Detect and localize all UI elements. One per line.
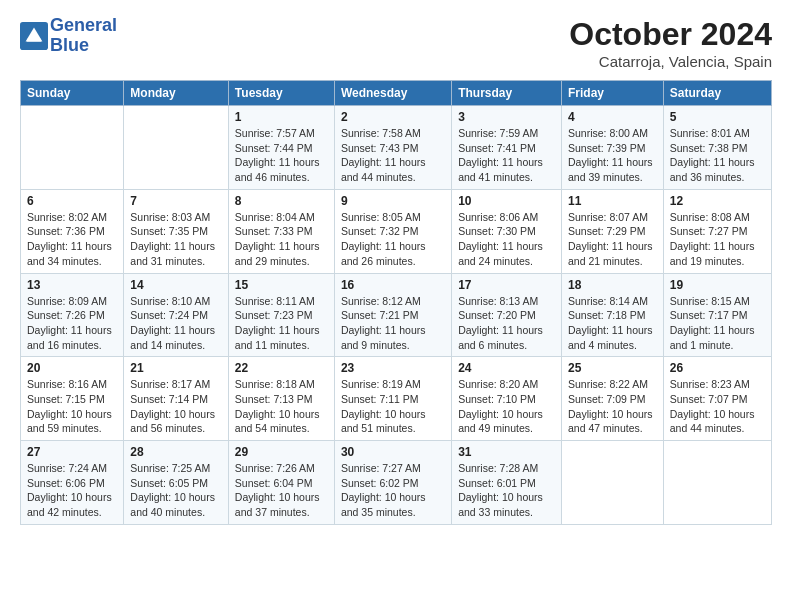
day-number: 8 <box>235 194 328 208</box>
day-number: 31 <box>458 445 555 459</box>
day-detail: Sunrise: 8:05 AMSunset: 7:32 PMDaylight:… <box>341 210 445 269</box>
day-cell: 4Sunrise: 8:00 AMSunset: 7:39 PMDaylight… <box>561 106 663 190</box>
calendar-header: SundayMondayTuesdayWednesdayThursdayFrid… <box>21 81 772 106</box>
day-cell: 30Sunrise: 7:27 AMSunset: 6:02 PMDayligh… <box>334 441 451 525</box>
day-number: 21 <box>130 361 222 375</box>
page: General Blue October 2024 Catarroja, Val… <box>0 0 792 541</box>
day-cell: 22Sunrise: 8:18 AMSunset: 7:13 PMDayligh… <box>228 357 334 441</box>
day-detail: Sunrise: 8:13 AMSunset: 7:20 PMDaylight:… <box>458 294 555 353</box>
day-cell <box>124 106 229 190</box>
day-detail: Sunrise: 8:22 AMSunset: 7:09 PMDaylight:… <box>568 377 657 436</box>
day-cell: 27Sunrise: 7:24 AMSunset: 6:06 PMDayligh… <box>21 441 124 525</box>
day-detail: Sunrise: 8:17 AMSunset: 7:14 PMDaylight:… <box>130 377 222 436</box>
day-detail: Sunrise: 8:23 AMSunset: 7:07 PMDaylight:… <box>670 377 765 436</box>
day-cell: 20Sunrise: 8:16 AMSunset: 7:15 PMDayligh… <box>21 357 124 441</box>
week-row-2: 13Sunrise: 8:09 AMSunset: 7:26 PMDayligh… <box>21 273 772 357</box>
day-number: 27 <box>27 445 117 459</box>
day-cell: 31Sunrise: 7:28 AMSunset: 6:01 PMDayligh… <box>452 441 562 525</box>
week-row-1: 6Sunrise: 8:02 AMSunset: 7:36 PMDaylight… <box>21 189 772 273</box>
day-number: 6 <box>27 194 117 208</box>
header-row: SundayMondayTuesdayWednesdayThursdayFrid… <box>21 81 772 106</box>
day-detail: Sunrise: 8:16 AMSunset: 7:15 PMDaylight:… <box>27 377 117 436</box>
day-number: 26 <box>670 361 765 375</box>
calendar-table: SundayMondayTuesdayWednesdayThursdayFrid… <box>20 80 772 525</box>
day-detail: Sunrise: 8:00 AMSunset: 7:39 PMDaylight:… <box>568 126 657 185</box>
day-number: 3 <box>458 110 555 124</box>
calendar-body: 1Sunrise: 7:57 AMSunset: 7:44 PMDaylight… <box>21 106 772 525</box>
day-detail: Sunrise: 7:58 AMSunset: 7:43 PMDaylight:… <box>341 126 445 185</box>
day-detail: Sunrise: 8:04 AMSunset: 7:33 PMDaylight:… <box>235 210 328 269</box>
day-cell: 25Sunrise: 8:22 AMSunset: 7:09 PMDayligh… <box>561 357 663 441</box>
col-header-tuesday: Tuesday <box>228 81 334 106</box>
day-detail: Sunrise: 8:14 AMSunset: 7:18 PMDaylight:… <box>568 294 657 353</box>
day-cell: 26Sunrise: 8:23 AMSunset: 7:07 PMDayligh… <box>663 357 771 441</box>
location-title: Catarroja, Valencia, Spain <box>569 53 772 70</box>
day-detail: Sunrise: 7:26 AMSunset: 6:04 PMDaylight:… <box>235 461 328 520</box>
day-cell: 13Sunrise: 8:09 AMSunset: 7:26 PMDayligh… <box>21 273 124 357</box>
day-detail: Sunrise: 8:11 AMSunset: 7:23 PMDaylight:… <box>235 294 328 353</box>
day-number: 13 <box>27 278 117 292</box>
col-header-thursday: Thursday <box>452 81 562 106</box>
day-number: 4 <box>568 110 657 124</box>
day-cell: 19Sunrise: 8:15 AMSunset: 7:17 PMDayligh… <box>663 273 771 357</box>
day-cell: 6Sunrise: 8:02 AMSunset: 7:36 PMDaylight… <box>21 189 124 273</box>
day-number: 25 <box>568 361 657 375</box>
day-cell: 15Sunrise: 8:11 AMSunset: 7:23 PMDayligh… <box>228 273 334 357</box>
day-number: 10 <box>458 194 555 208</box>
day-cell: 17Sunrise: 8:13 AMSunset: 7:20 PMDayligh… <box>452 273 562 357</box>
day-detail: Sunrise: 7:27 AMSunset: 6:02 PMDaylight:… <box>341 461 445 520</box>
day-detail: Sunrise: 8:20 AMSunset: 7:10 PMDaylight:… <box>458 377 555 436</box>
day-detail: Sunrise: 8:07 AMSunset: 7:29 PMDaylight:… <box>568 210 657 269</box>
logo-text: General Blue <box>50 16 117 56</box>
day-detail: Sunrise: 8:09 AMSunset: 7:26 PMDaylight:… <box>27 294 117 353</box>
day-cell: 3Sunrise: 7:59 AMSunset: 7:41 PMDaylight… <box>452 106 562 190</box>
day-cell: 18Sunrise: 8:14 AMSunset: 7:18 PMDayligh… <box>561 273 663 357</box>
day-cell: 9Sunrise: 8:05 AMSunset: 7:32 PMDaylight… <box>334 189 451 273</box>
svg-rect-2 <box>27 39 41 42</box>
day-detail: Sunrise: 7:25 AMSunset: 6:05 PMDaylight:… <box>130 461 222 520</box>
logo: General Blue <box>20 16 117 56</box>
col-header-wednesday: Wednesday <box>334 81 451 106</box>
day-detail: Sunrise: 7:24 AMSunset: 6:06 PMDaylight:… <box>27 461 117 520</box>
day-number: 19 <box>670 278 765 292</box>
day-detail: Sunrise: 7:57 AMSunset: 7:44 PMDaylight:… <box>235 126 328 185</box>
day-cell: 28Sunrise: 7:25 AMSunset: 6:05 PMDayligh… <box>124 441 229 525</box>
day-number: 7 <box>130 194 222 208</box>
day-detail: Sunrise: 7:28 AMSunset: 6:01 PMDaylight:… <box>458 461 555 520</box>
day-detail: Sunrise: 8:03 AMSunset: 7:35 PMDaylight:… <box>130 210 222 269</box>
day-cell: 1Sunrise: 7:57 AMSunset: 7:44 PMDaylight… <box>228 106 334 190</box>
day-cell: 29Sunrise: 7:26 AMSunset: 6:04 PMDayligh… <box>228 441 334 525</box>
day-number: 24 <box>458 361 555 375</box>
month-title: October 2024 <box>569 16 772 53</box>
week-row-3: 20Sunrise: 8:16 AMSunset: 7:15 PMDayligh… <box>21 357 772 441</box>
col-header-sunday: Sunday <box>21 81 124 106</box>
day-number: 22 <box>235 361 328 375</box>
day-number: 16 <box>341 278 445 292</box>
logo-line2: Blue <box>50 36 117 56</box>
col-header-saturday: Saturday <box>663 81 771 106</box>
day-cell: 14Sunrise: 8:10 AMSunset: 7:24 PMDayligh… <box>124 273 229 357</box>
day-detail: Sunrise: 8:06 AMSunset: 7:30 PMDaylight:… <box>458 210 555 269</box>
day-cell: 7Sunrise: 8:03 AMSunset: 7:35 PMDaylight… <box>124 189 229 273</box>
day-detail: Sunrise: 8:08 AMSunset: 7:27 PMDaylight:… <box>670 210 765 269</box>
day-cell: 10Sunrise: 8:06 AMSunset: 7:30 PMDayligh… <box>452 189 562 273</box>
day-number: 9 <box>341 194 445 208</box>
day-cell: 8Sunrise: 8:04 AMSunset: 7:33 PMDaylight… <box>228 189 334 273</box>
day-cell: 2Sunrise: 7:58 AMSunset: 7:43 PMDaylight… <box>334 106 451 190</box>
day-cell <box>561 441 663 525</box>
day-number: 18 <box>568 278 657 292</box>
day-cell: 5Sunrise: 8:01 AMSunset: 7:38 PMDaylight… <box>663 106 771 190</box>
day-number: 15 <box>235 278 328 292</box>
day-cell: 12Sunrise: 8:08 AMSunset: 7:27 PMDayligh… <box>663 189 771 273</box>
day-detail: Sunrise: 8:12 AMSunset: 7:21 PMDaylight:… <box>341 294 445 353</box>
day-number: 11 <box>568 194 657 208</box>
title-block: October 2024 Catarroja, Valencia, Spain <box>569 16 772 70</box>
day-number: 1 <box>235 110 328 124</box>
week-row-0: 1Sunrise: 7:57 AMSunset: 7:44 PMDaylight… <box>21 106 772 190</box>
col-header-friday: Friday <box>561 81 663 106</box>
day-number: 20 <box>27 361 117 375</box>
header: General Blue October 2024 Catarroja, Val… <box>20 16 772 70</box>
day-detail: Sunrise: 8:18 AMSunset: 7:13 PMDaylight:… <box>235 377 328 436</box>
day-number: 30 <box>341 445 445 459</box>
day-cell: 24Sunrise: 8:20 AMSunset: 7:10 PMDayligh… <box>452 357 562 441</box>
